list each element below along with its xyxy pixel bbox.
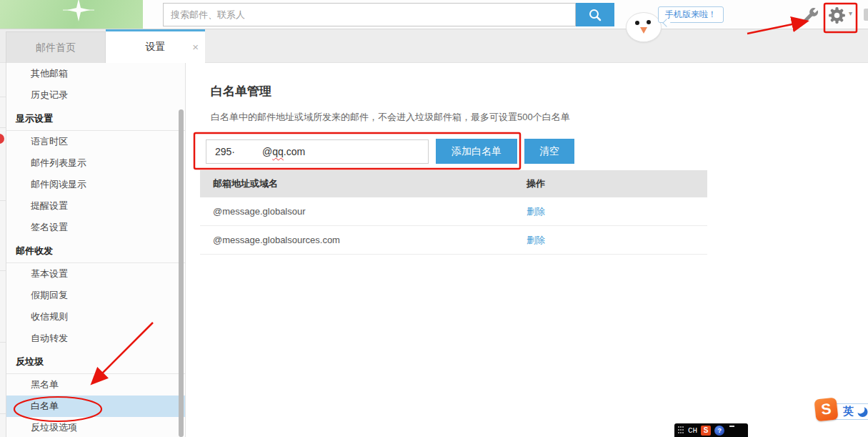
mail-settings-page: ▾ 手机版来啦！ 邮件首页 设置 × 其他邮箱 历史记录 显示设置 语言时区 邮… (0, 0, 868, 437)
input-value-prefix: 295· (215, 146, 235, 157)
moon-icon[interactable] (857, 406, 868, 418)
whitelist-table: 邮箱地址或域名 操作 @message.globalsour 删除 @messa… (200, 170, 707, 255)
settings-gear-icon[interactable] (827, 6, 847, 25)
langbar-minimize-icon[interactable] (729, 426, 734, 427)
whitelist-address-input[interactable]: 295·@qq.com (206, 139, 429, 164)
input-value-domain: qq (272, 146, 284, 157)
page-description: 白名单中的邮件地址或域所发来的邮件，不会进入垃圾邮件箱，最多可设置500个白名单 (211, 111, 570, 124)
page-title: 白名单管理 (211, 83, 271, 99)
langbar-sogou-icon[interactable]: S (701, 426, 711, 436)
input-value-tld: .com (284, 146, 305, 157)
settings-sidebar: 其他邮箱 历史记录 显示设置 语言时区 邮件列表显示 邮件阅读显示 提醒设置 签… (6, 63, 186, 437)
table-row: @message.globalsour 删除 (200, 197, 707, 226)
add-whitelist-button[interactable]: 添加白名单 (436, 139, 517, 164)
table-header-action: 操作 (527, 177, 707, 190)
sidebar-item-language-timezone[interactable]: 语言时区 (6, 131, 185, 152)
sidebar-scrollbar-thumb[interactable] (179, 109, 184, 437)
sidebar-section-send-receive: 邮件收发 (6, 238, 185, 263)
wrench-icon[interactable] (803, 7, 819, 23)
sidebar-item-history[interactable]: 历史记录 (6, 84, 185, 106)
sidebar-item-other-mailboxes[interactable]: 其他邮箱 (6, 63, 185, 84)
sidebar-item-signature-settings[interactable]: 签名设置 (6, 217, 185, 238)
table-row: @message.globalsources.com 删除 (200, 226, 707, 255)
tab-bar: 邮件首页 设置 × (0, 29, 868, 63)
delete-link[interactable]: 删除 (527, 206, 545, 217)
delete-link[interactable]: 删除 (527, 235, 545, 245)
sidebar-item-whitelist[interactable]: 白名单 (6, 396, 185, 417)
promo-banner (0, 0, 143, 29)
langbar-language-label[interactable]: CH (688, 426, 697, 435)
input-value-at: @ (262, 146, 272, 157)
search-icon (588, 8, 602, 22)
whitelist-address: @message.globalsour (200, 206, 527, 217)
sidebar-item-antispam-options[interactable]: 反垃圾选项 (6, 417, 185, 437)
folder-pane-sliver (0, 63, 6, 437)
whitelist-address: @message.globalsources.com (200, 235, 527, 245)
search-input[interactable] (163, 3, 576, 26)
sidebar-item-basic-settings[interactable]: 基本设置 (6, 263, 185, 285)
partial-icon (864, 9, 868, 21)
sidebar-item-mail-list-display[interactable]: 邮件列表显示 (6, 152, 185, 174)
avatar-eye (647, 20, 651, 24)
sparkle-icon (63, 0, 94, 29)
ime-status-pill[interactable]: 英 (834, 403, 868, 420)
table-header-address: 邮箱地址或域名 (200, 177, 527, 190)
tab-settings-label: 设置 (146, 41, 166, 52)
tab-settings[interactable]: 设置 × (106, 29, 205, 64)
user-avatar[interactable] (626, 12, 662, 42)
langbar-grip-handle[interactable] (678, 426, 684, 435)
sidebar-item-mail-read-display[interactable]: 邮件阅读显示 (6, 174, 185, 195)
sogou-ime-logo[interactable]: S (814, 397, 838, 421)
sidebar-item-receiving-rules[interactable]: 收信规则 (6, 306, 185, 328)
sidebar-item-reminder-settings[interactable]: 提醒设置 (6, 195, 185, 217)
langbar-help-icon[interactable]: ? (714, 426, 724, 436)
whitelist-panel: 白名单管理 白名单中的邮件地址或域所发来的邮件，不会进入垃圾邮件箱，最多可设置5… (186, 63, 868, 437)
tab-close-icon[interactable]: × (192, 31, 199, 62)
gear-dropdown-caret[interactable]: ▾ (849, 9, 852, 17)
mobile-version-badge-label: 手机版来啦！ (665, 9, 717, 19)
language-bar[interactable]: CH S ? (674, 423, 748, 437)
avatar-beak (640, 27, 647, 34)
avatar-eye (635, 21, 639, 25)
clear-button[interactable]: 清空 (524, 139, 574, 164)
sidebar-item-auto-forward[interactable]: 自动转发 (6, 328, 185, 349)
mobile-version-badge[interactable]: 手机版来啦！ (658, 6, 724, 23)
tab-mail-home[interactable]: 邮件首页 (6, 31, 106, 64)
search-button[interactable] (576, 3, 614, 26)
sidebar-item-vacation-reply[interactable]: 假期回复 (6, 285, 185, 306)
ime-mode-label[interactable]: 英 (843, 405, 854, 418)
table-header-row: 邮箱地址或域名 操作 (200, 170, 707, 197)
sidebar-section-display: 显示设置 (6, 106, 185, 131)
unread-badge (0, 134, 4, 144)
sidebar-item-blacklist[interactable]: 黑名单 (6, 374, 185, 396)
top-bar: ▾ (0, 0, 868, 29)
sidebar-section-antispam: 反垃圾 (6, 349, 185, 374)
